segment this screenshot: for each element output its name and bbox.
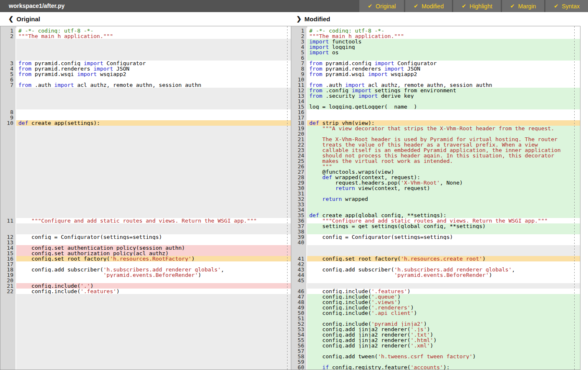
code-text: config.set_authentication_policy(session… (16, 245, 291, 251)
code-text: should not process this header again. In… (307, 153, 580, 158)
code-text: config.include('.views') (307, 299, 580, 305)
code-text: The X-Vhm-Root header is used by Pyramid… (307, 137, 580, 142)
code-text: from .auth import acl_authz, remote_auth… (16, 82, 291, 88)
toggle-modified-button[interactable]: ✔ Modified (405, 0, 452, 12)
code-text: config.include('.renderers') (307, 305, 580, 310)
code-text: from pyramid.config import Configurator (16, 61, 291, 66)
filler-line (0, 55, 291, 61)
code-text: log = logging.getLogger(__name__) (307, 104, 580, 109)
line-number (0, 223, 16, 229)
code-line: 18def strip_vhm(view): (291, 120, 580, 126)
code-text: def wrapped(context, request): (307, 175, 580, 180)
code-line: 6 (291, 55, 580, 61)
code-text (16, 191, 291, 196)
code-text (16, 196, 291, 202)
code-line: 16 config.set_root_factory('h.resources.… (0, 256, 291, 261)
code-line: 14 config.set_authentication_policy(sess… (0, 245, 291, 251)
line-number: 11 (0, 218, 16, 223)
code-line: 26 """ (291, 164, 580, 169)
code-line: 35def create_app(global_config, **settin… (291, 213, 580, 218)
code-text (16, 153, 291, 158)
code-line: 42 (291, 261, 580, 267)
code-text (16, 365, 291, 370)
line-number: 10 (0, 120, 16, 126)
code-text: """ (307, 164, 580, 169)
line-number (0, 354, 16, 359)
code-text (16, 126, 291, 131)
code-line: 21 config.include('.') (0, 283, 291, 289)
code-text: import logging (307, 44, 580, 50)
line-number (0, 316, 16, 321)
toggle-original-button[interactable]: ✔ Original (359, 0, 404, 12)
filler-line (0, 294, 291, 299)
code-text (16, 99, 291, 104)
code-text (307, 131, 580, 137)
code-text: config.add_tween('h.tweens.csrf_tween_fa… (307, 354, 580, 359)
code-line: 10def create_app(settings): (0, 120, 291, 126)
code-line: 33 (291, 202, 580, 207)
line-number: 22 (0, 289, 16, 294)
filler-line (0, 299, 291, 305)
code-text: request.headers.pop('X-Vhm-Root', None) (307, 180, 580, 185)
code-line: 46 config.include('.features') (291, 289, 580, 294)
filler-line (0, 213, 291, 218)
filler-line (0, 332, 291, 337)
line-number: 60 (291, 365, 307, 370)
code-text: import os (307, 50, 580, 55)
line-number (0, 196, 16, 202)
filler-line (0, 164, 291, 169)
margin-line (574, 26, 575, 370)
filler-line (0, 202, 291, 207)
check-icon: ✔ (554, 3, 558, 9)
code-text (16, 223, 291, 229)
code-line: 28 def wrapped(context, request): (291, 175, 580, 180)
code-line: 10 (291, 77, 580, 82)
code-text: 'pyramid.events.BeforeRender') (307, 272, 580, 278)
filler-line (0, 153, 291, 158)
modified-pane-header: ❯ Modified (296, 15, 330, 23)
filler-line (0, 223, 291, 229)
line-number (0, 337, 16, 343)
code-text (307, 348, 580, 354)
code-text (16, 294, 291, 299)
code-text: config.include('.api_client') (307, 310, 580, 316)
line-number (0, 359, 16, 365)
code-text (16, 169, 291, 175)
code-text (16, 337, 291, 343)
code-line: 30 return view(context, request) (291, 185, 580, 191)
code-line: 13from .security import derive_key (291, 93, 580, 99)
code-text: if config.registry.feature('accounts'): (307, 365, 580, 370)
code-text (16, 229, 291, 234)
code-line: 55 config.add_jinja2_renderer('.html') (291, 337, 580, 343)
code-line: 17 (291, 115, 580, 120)
toggle-margin-button[interactable]: ✔ Margin (502, 0, 545, 12)
code-line: 9from pyramid.wsgi import wsgiapp2 (291, 71, 580, 77)
toggle-syntax-button[interactable]: ✔ Syntax (545, 0, 588, 12)
code-line: 40 (291, 240, 580, 245)
line-number: 2 (0, 33, 16, 39)
line-number: 5 (291, 50, 307, 55)
code-text (16, 115, 291, 120)
code-text (307, 77, 580, 82)
code-line: 48 config.include('.views') (291, 299, 580, 305)
code-line: 5from pyramid.wsgi import wsgiapp2 (0, 71, 291, 77)
original-pane: 1# -*- coding: utf-8 -*-2"""The main h a… (0, 26, 291, 370)
code-line: 29 request.headers.pop('X-Vhm-Root', Non… (291, 180, 580, 185)
code-text (16, 305, 291, 310)
line-number (0, 343, 16, 348)
filler-line (0, 229, 291, 234)
chevron-right-icon[interactable]: ❯ (296, 15, 302, 23)
code-text (16, 109, 291, 115)
toggle-highlight-button[interactable]: ✔ Highlight (453, 0, 500, 12)
check-icon: ✔ (462, 3, 466, 9)
code-line: 34 (291, 207, 580, 213)
code-text: # -*- coding: utf-8 -*- (16, 28, 291, 33)
code-text: from .auth import acl_authz, remote_auth… (307, 82, 580, 88)
code-text (307, 261, 580, 267)
chevron-left-icon[interactable]: ❮ (8, 15, 14, 23)
toggle-syntax-label: Syntax (562, 3, 580, 10)
code-line: 1# -*- coding: utf-8 -*- (291, 28, 580, 33)
code-text: config.add_jinja2_renderer('.html') (307, 337, 580, 343)
code-line: 22 treats the value of this header as a … (291, 142, 580, 147)
code-text (16, 142, 291, 147)
